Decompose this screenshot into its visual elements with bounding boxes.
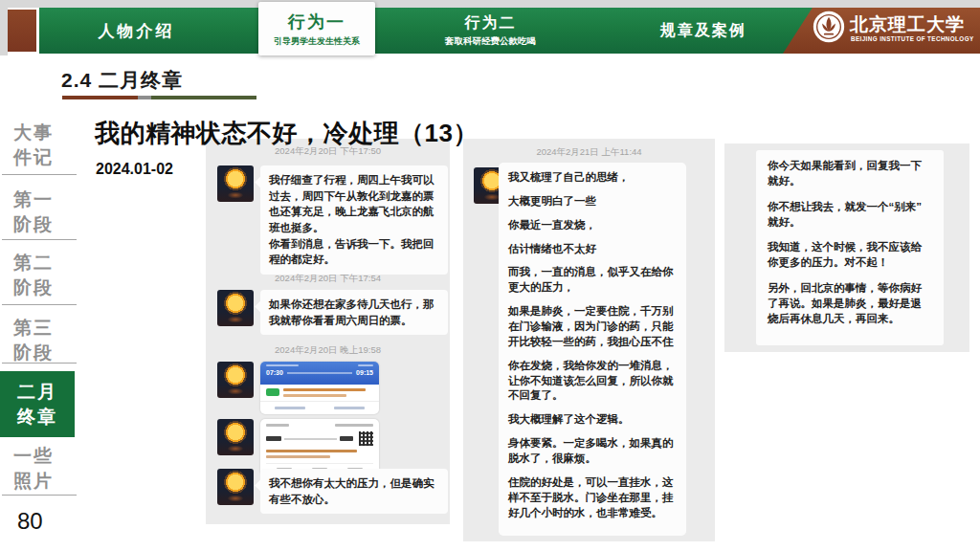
chat-timestamp: 2024年2月20日 晚上19:58 bbox=[206, 344, 450, 357]
chat-screenshot-3: 你今天如果能看到，回复我一下就好。 你不想让我去，就发一个“别来”就好。 我知道… bbox=[724, 143, 969, 352]
page-title: 我的精神状态不好，冷处理（13） bbox=[95, 117, 479, 150]
chat-message-text: 你今天如果能看到，回复我一下就好。 bbox=[768, 159, 932, 189]
sidebar-item-major-events[interactable]: 大事件记 bbox=[13, 121, 65, 170]
page-number: 80 bbox=[17, 508, 43, 535]
section-title-underline bbox=[62, 96, 256, 99]
user-avatar-moon-icon bbox=[217, 469, 254, 505]
chat-message-text: 你最近一直发烧， bbox=[508, 218, 677, 233]
chat-screenshot-1: 2024年2月20日 下午17:50 我仔细查了行程，周四上午我可以过去，周四下… bbox=[206, 139, 450, 524]
accent-red-block bbox=[8, 10, 36, 52]
station-name bbox=[266, 436, 281, 441]
chat-message-text: 你在发烧，我给你发的一堆消息，让你不知道该怎么回复，所以你就不回复了。 bbox=[508, 359, 677, 405]
train-ticket-card bbox=[260, 419, 379, 475]
flight-price-tag bbox=[266, 388, 279, 396]
tab-behavior-1-subtitle: 引导男学生发生性关系 bbox=[274, 35, 360, 48]
date-range: 2024.01-02 bbox=[96, 161, 173, 178]
chat-message-text: 住院的好处是，可以一直挂水，这样不至于脱水。门诊坐在那里，挂好几个小时的水，也非… bbox=[508, 475, 677, 521]
chat-timestamp: 2024年2月21日 上午11:44 bbox=[463, 146, 715, 159]
chat-message-text: 你看到消息，告诉我一下。我把回程的都定好。 bbox=[269, 236, 439, 268]
sidebar-item-stage-3[interactable]: 第三阶段 bbox=[13, 316, 65, 365]
user-avatar-moon-icon bbox=[217, 362, 254, 398]
user-avatar-moon-icon bbox=[217, 165, 254, 202]
sidebar-divider bbox=[2, 363, 77, 364]
flight-departure-time: 07:30 bbox=[266, 369, 283, 376]
tab-rules-cases[interactable]: 规章及案例 bbox=[622, 8, 785, 54]
chat-message-text: 我又梳理了自己的思绪， bbox=[508, 170, 677, 186]
chat-message-text: 如果是肺炎，一定要住院，千万别在门诊输液，因为门诊的药，只能开比较轻一些的药，我… bbox=[508, 304, 677, 350]
chat-bubble: 如果你还想在家多待几天也行，那我就帮你看看周六周日的票。 bbox=[260, 290, 448, 335]
user-avatar-moon-icon bbox=[217, 419, 254, 455]
chat-message-text: 大概更明白了一些 bbox=[508, 194, 677, 209]
chat-message-text: 我大概理解了这个逻辑。 bbox=[508, 412, 677, 428]
chat-message-text: 另外，回北京的事情，等你病好了再说。如果是肺炎，最好是退烧后再休息几天，再回来。 bbox=[768, 281, 932, 327]
sidebar-divider bbox=[2, 495, 77, 496]
sidebar-divider bbox=[2, 174, 77, 175]
sidebar-item-february-finale-label: 二月终章 bbox=[14, 380, 60, 430]
flight-route-line bbox=[287, 372, 352, 374]
chat-message-text: 身体要紧。一定多喝水，如果真的脱水了，很麻烦。 bbox=[508, 436, 677, 467]
tab-behavior-1[interactable]: 行为一 引导男学生发生性关系 bbox=[258, 2, 375, 55]
flight-arrival-time: 09:15 bbox=[356, 369, 373, 376]
chat-message-text: 我仔细查了行程，周四上午我可以过去，周四下午从敦化到龙嘉的票也还算充足，晚上龙嘉… bbox=[269, 172, 439, 236]
chat-message-sheet: 你今天如果能看到，回复我一下就好。 你不想让我去，就发一个“别来”就好。 我知道… bbox=[756, 150, 944, 345]
flight-card-details bbox=[283, 388, 373, 397]
chat-message-text: 而我，一直的消息，似乎又在给你更大的压力， bbox=[508, 265, 677, 296]
chat-screenshot-2: 2024年2月21日 上午11:44 我又梳理了自己的思绪， 大概更明白了一些 … bbox=[463, 139, 715, 541]
chat-message-sheet: 我又梳理了自己的思绪， 大概更明白了一些 你最近一直发烧， 估计情绪也不太好 而… bbox=[499, 163, 686, 536]
user-avatar-moon-icon bbox=[217, 290, 254, 326]
tab-behavior-2-subtitle: 套取科研经费公款吃喝 bbox=[445, 35, 536, 48]
chat-message-text: 我知道，这个时候，我不应该给你更多的压力。对不起！ bbox=[768, 240, 932, 271]
flight-card-actions bbox=[260, 401, 379, 414]
left-margin-strip bbox=[0, 0, 8, 55]
chat-message-text: 估计情绪也不太好 bbox=[508, 242, 677, 257]
chat-timestamp: 2024年2月20日 下午17:54 bbox=[206, 273, 450, 285]
bit-emblem-icon bbox=[813, 11, 845, 43]
sidebar-item-stage-2[interactable]: 第二阶段 bbox=[13, 251, 65, 300]
flight-card-header: 07:30 09:15 bbox=[260, 362, 379, 385]
sidebar-divider bbox=[2, 304, 77, 305]
station-name bbox=[340, 436, 353, 441]
university-name-cn: 北京理工大学 bbox=[850, 12, 976, 37]
sidebar-item-stage-1[interactable]: 第一阶段 bbox=[13, 187, 65, 237]
tab-behavior-2[interactable]: 行为二 套取科研经费公款吃喝 bbox=[412, 8, 569, 54]
qr-code-icon bbox=[359, 431, 373, 446]
tab-behavior-1-title: 行为一 bbox=[288, 11, 345, 33]
flight-ticket-card: 07:30 09:15 bbox=[260, 362, 379, 414]
university-name-en: BEIJING INSTITUTE OF TECHNOLOGY bbox=[851, 35, 974, 42]
chat-message-text: 你不想让我去，就发一个“别来”就好。 bbox=[768, 200, 932, 231]
tab-behavior-2-title: 行为二 bbox=[465, 13, 517, 33]
chat-bubble: 我不想你有太大的压力，但是确实有些不放心。 bbox=[260, 469, 448, 514]
sidebar-item-february-finale[interactable]: 二月终章 bbox=[0, 371, 75, 437]
sidebar-divider bbox=[2, 239, 77, 240]
top-margin-strip bbox=[0, 0, 980, 8]
sidebar-item-photos[interactable]: 一些照片 bbox=[13, 444, 65, 494]
chat-bubble: 我仔细查了行程，周四上午我可以过去，周四下午从敦化到龙嘉的票也还算充足，晚上龙嘉… bbox=[260, 165, 448, 275]
section-title: 2.4 二月终章 bbox=[61, 67, 183, 94]
tab-people-intro[interactable]: 人物介绍 bbox=[53, 8, 220, 54]
